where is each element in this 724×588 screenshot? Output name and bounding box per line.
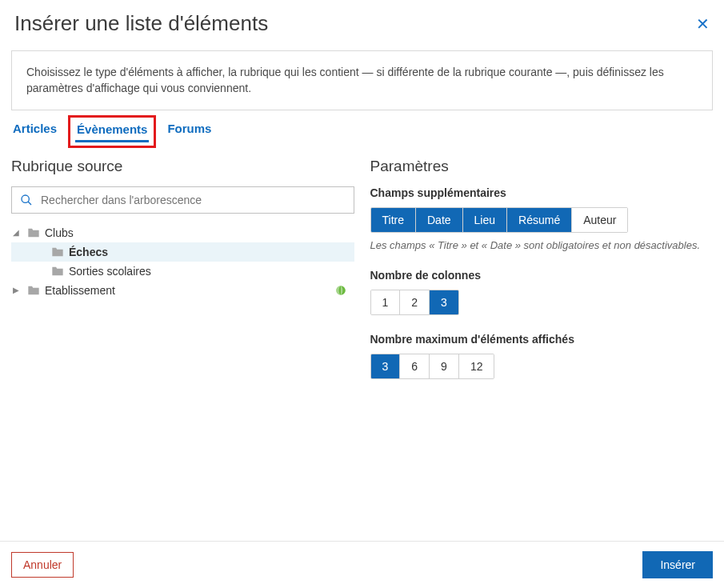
field-date[interactable]: Date bbox=[416, 208, 463, 232]
max-9[interactable]: 9 bbox=[430, 354, 459, 378]
params-section-title: Paramètres bbox=[370, 158, 714, 175]
columns-1[interactable]: 1 bbox=[371, 290, 401, 314]
columns-group: 1 2 3 bbox=[370, 290, 459, 315]
tab-forums[interactable]: Forums bbox=[166, 118, 213, 148]
tree-search-input[interactable] bbox=[41, 194, 346, 206]
folder-icon bbox=[51, 266, 64, 277]
max-items-label: Nombre maximum d'éléments affichés bbox=[370, 333, 714, 346]
search-box bbox=[11, 186, 354, 214]
dialog-title: Insérer une liste d'éléments bbox=[14, 11, 268, 36]
columns-3[interactable]: 3 bbox=[430, 290, 458, 314]
content-type-tabs: Articles Évènements Forums bbox=[11, 118, 713, 148]
tree-item-sorties[interactable]: Sorties scolaires bbox=[11, 262, 354, 281]
tab-evenements[interactable]: Évènements bbox=[75, 119, 149, 142]
globe-icon bbox=[335, 285, 346, 296]
field-auteur[interactable]: Auteur bbox=[572, 208, 627, 232]
tree-item-clubs[interactable]: ◢ Clubs bbox=[11, 223, 354, 242]
tree-label: Clubs bbox=[45, 226, 74, 239]
fields-label: Champs supplémentaires bbox=[370, 186, 714, 199]
folder-icon bbox=[27, 227, 40, 238]
info-message: Choisissez le type d'éléments à afficher… bbox=[11, 50, 713, 110]
search-icon bbox=[20, 194, 33, 206]
tree-item-echecs[interactable]: Échecs bbox=[11, 242, 354, 262]
field-titre[interactable]: Titre bbox=[371, 208, 416, 232]
field-resume[interactable]: Résumé bbox=[507, 208, 572, 232]
max-12[interactable]: 12 bbox=[459, 354, 494, 378]
max-6[interactable]: 6 bbox=[400, 354, 430, 378]
expand-icon[interactable]: ▶ bbox=[13, 286, 22, 294]
folder-icon bbox=[27, 285, 40, 296]
insert-button[interactable]: Insérer bbox=[642, 551, 713, 578]
columns-label: Nombre de colonnes bbox=[370, 269, 714, 282]
svg-point-0 bbox=[22, 195, 29, 202]
columns-2[interactable]: 2 bbox=[400, 290, 430, 314]
svg-line-1 bbox=[28, 202, 31, 205]
tree-label: Etablissement bbox=[45, 284, 115, 297]
tree-item-etablissement[interactable]: ▶ Etablissement bbox=[11, 281, 354, 300]
dialog-footer: Annuler Insérer bbox=[0, 541, 724, 588]
cancel-button[interactable]: Annuler bbox=[11, 552, 74, 578]
highlight-annotation: Évènements bbox=[68, 115, 156, 148]
rubrique-tree: ◢ Clubs Échecs Sorties scolaires ▶ Etabl… bbox=[11, 223, 354, 300]
field-lieu[interactable]: Lieu bbox=[463, 208, 507, 232]
close-icon[interactable]: ✕ bbox=[696, 14, 710, 34]
tree-label: Échecs bbox=[69, 246, 108, 258]
tab-articles[interactable]: Articles bbox=[11, 118, 58, 148]
folder-icon bbox=[51, 246, 64, 258]
fields-hint: Les champs « Titre » et « Date » sont ob… bbox=[370, 239, 714, 251]
tree-label: Sorties scolaires bbox=[69, 265, 151, 278]
source-section-title: Rubrique source bbox=[11, 158, 354, 175]
max-3[interactable]: 3 bbox=[371, 354, 401, 378]
collapse-icon[interactable]: ◢ bbox=[13, 228, 22, 237]
fields-group: Titre Date Lieu Résumé Auteur bbox=[370, 207, 629, 233]
max-items-group: 3 6 9 12 bbox=[370, 354, 495, 379]
